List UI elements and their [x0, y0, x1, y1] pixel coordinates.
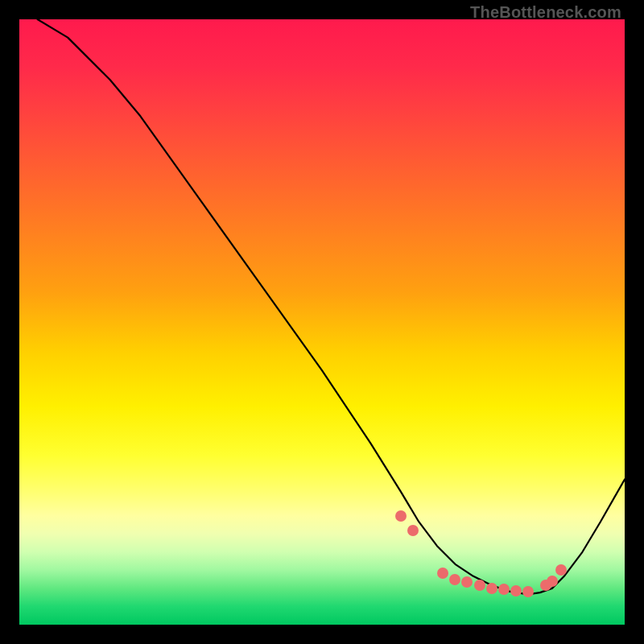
curve-svg	[19, 19, 625, 625]
trough-dot	[510, 585, 522, 597]
trough-dot	[522, 586, 534, 597]
trough-dot	[407, 525, 419, 536]
trough-dot	[547, 576, 558, 587]
curve-path	[38, 19, 625, 594]
watermark-text: TheBottleneck.com	[470, 3, 621, 22]
trough-dot	[555, 564, 567, 576]
trough-dot	[449, 574, 460, 585]
trough-dot	[395, 510, 407, 522]
plot-area	[19, 19, 625, 625]
trough-dot	[461, 576, 473, 588]
trough-dot	[474, 580, 485, 591]
trough-dot	[486, 583, 497, 594]
trough-dot	[498, 584, 510, 595]
chart-frame: TheBottleneck.com	[0, 0, 644, 644]
trough-dot	[437, 568, 448, 579]
